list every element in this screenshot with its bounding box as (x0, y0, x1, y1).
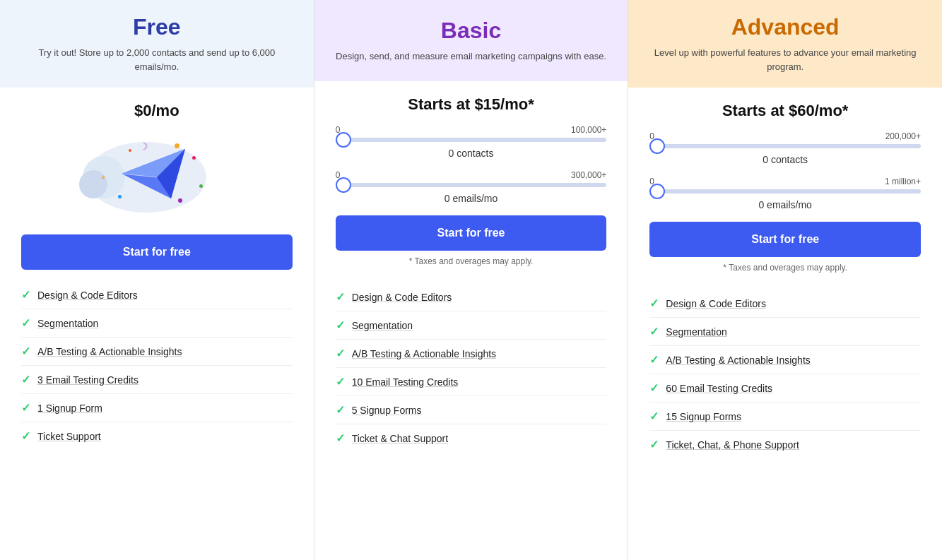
plan-basic-title: Basic (336, 18, 607, 44)
paper-plane-icon (122, 149, 185, 198)
feature-label[interactable]: Ticket Support (37, 431, 101, 442)
plan-basic: Basic Design, send, and measure email ma… (314, 0, 628, 560)
plan-advanced-slider-contacts: 0 200,000+ 0 contacts (649, 131, 921, 165)
slider-track[interactable] (649, 144, 921, 148)
check-icon: ✓ (336, 375, 345, 388)
feature-label[interactable]: 60 Email Testing Credits (666, 383, 772, 394)
plan-basic-features: ✓ Design & Code Editors ✓ Segmentation ✓… (336, 283, 607, 452)
feature-label[interactable]: Design & Code Editors (37, 290, 138, 301)
plan-advanced-slider-emails: 0 1 million+ 0 emails/mo (649, 177, 921, 210)
plan-free: Free Try it out! Store up to 2,000 conta… (0, 0, 314, 560)
check-icon: ✓ (336, 318, 345, 332)
feature-label[interactable]: A/B Testing & Actionable Insights (37, 346, 182, 357)
plan-free-header: Free Try it out! Store up to 2,000 conta… (0, 0, 314, 88)
paper-plane-wrapper: ☽ ✦ (79, 135, 235, 220)
check-icon: ✓ (21, 373, 30, 386)
feature-item: ✓ Ticket Support (21, 422, 293, 450)
feature-label[interactable]: 5 Signup Forms (352, 405, 422, 416)
check-icon: ✓ (336, 347, 345, 360)
feature-item: ✓ A/B Testing & Actionable Insights (21, 338, 293, 366)
plan-basic-subtitle: Design, send, and measure email marketin… (336, 49, 607, 64)
pricing-container: Free Try it out! Store up to 2,000 conta… (0, 0, 942, 560)
plan-basic-cta-button[interactable]: Start for free (336, 215, 607, 251)
check-icon: ✓ (649, 410, 659, 423)
slider-track[interactable] (336, 138, 607, 142)
plan-free-subtitle: Try it out! Store up to 2,000 contacts a… (21, 46, 293, 73)
plan-free-illustration: ☽ ✦ (21, 131, 293, 223)
check-icon: ✓ (649, 438, 659, 451)
plan-advanced-taxes-note: * Taxes and overages may apply. (649, 263, 921, 273)
feature-item: ✓ A/B Testing & Actionable Insights (649, 346, 921, 374)
feature-item: ✓ Design & Code Editors (336, 283, 607, 311)
check-icon: ✓ (649, 353, 659, 367)
plan-basic-price: Starts at $15/mo* (336, 95, 607, 114)
slider-emails-value: 0 emails/mo (649, 199, 921, 210)
confetti-dot (178, 198, 182, 203)
slider-thumb[interactable] (336, 132, 351, 148)
plan-free-features: ✓ Design & Code Editors ✓ Segmentation ✓… (21, 281, 293, 450)
check-icon: ✓ (649, 381, 659, 395)
feature-label[interactable]: A/B Testing & Actionable Insights (666, 355, 810, 366)
slider-contacts-value: 0 contacts (649, 154, 921, 165)
slider-max: 1 million+ (885, 177, 921, 186)
feature-label[interactable]: Segmentation (352, 320, 413, 331)
feature-item: ✓ Ticket & Chat Support (336, 424, 607, 452)
slider-thumb[interactable] (336, 177, 351, 193)
feature-item: ✓ Segmentation (21, 309, 293, 338)
feature-label[interactable]: Ticket & Chat Support (352, 433, 448, 444)
slider-max: 300,000+ (571, 170, 606, 180)
plan-basic-header: Basic Design, send, and measure email ma… (314, 0, 628, 81)
plan-free-price: $0/mo (21, 102, 293, 120)
check-icon: ✓ (21, 429, 30, 443)
feature-item: ✓ 15 Signup Forms (649, 403, 921, 431)
check-icon: ✓ (21, 288, 30, 302)
feature-item: ✓ Segmentation (649, 318, 921, 346)
feature-label[interactable]: 15 Signup Forms (666, 411, 741, 422)
feature-item: ✓ Segmentation (336, 311, 607, 340)
star-icon: ✦ (100, 174, 106, 181)
feature-label[interactable]: Segmentation (37, 318, 98, 329)
slider-track[interactable] (336, 183, 607, 187)
feature-item: ✓ 3 Email Testing Credits (21, 366, 293, 394)
slider-thumb[interactable] (649, 184, 665, 199)
feature-label[interactable]: Design & Code Editors (352, 292, 452, 303)
feature-label[interactable]: Segmentation (666, 326, 726, 338)
feature-item: ✓ Design & Code Editors (649, 290, 921, 318)
feature-label[interactable]: 10 Email Testing Credits (352, 376, 459, 388)
check-icon: ✓ (649, 325, 659, 338)
plan-basic-body: Starts at $15/mo* 0 100,000+ 0 contacts … (314, 81, 628, 560)
plan-advanced-features: ✓ Design & Code Editors ✓ Segmentation ✓… (649, 290, 921, 458)
slider-labels: 0 200,000+ (649, 131, 921, 141)
feature-item: ✓ 60 Email Testing Credits (649, 374, 921, 403)
slider-contacts-value: 0 contacts (336, 148, 607, 159)
moon-icon: ☽ (139, 141, 148, 152)
feature-item: ✓ Design & Code Editors (21, 281, 293, 309)
check-icon: ✓ (21, 316, 30, 330)
check-icon: ✓ (336, 431, 345, 445)
feature-label[interactable]: Design & Code Editors (666, 298, 766, 309)
confetti-dot (175, 143, 179, 148)
feature-item: ✓ 10 Email Testing Credits (336, 368, 607, 396)
slider-track[interactable] (649, 189, 921, 193)
slider-labels: 0 100,000+ (336, 125, 607, 135)
plan-advanced-cta-button[interactable]: Start for free (649, 222, 921, 257)
plan-free-body: $0/mo (0, 88, 314, 560)
feature-label[interactable]: Ticket, Chat, & Phone Support (666, 439, 799, 451)
check-icon: ✓ (649, 297, 659, 310)
plan-free-title: Free (21, 14, 293, 40)
slider-labels: 0 300,000+ (336, 170, 607, 180)
slider-emails-value: 0 emails/mo (336, 193, 607, 204)
plan-basic-slider-contacts: 0 100,000+ 0 contacts (336, 125, 607, 159)
feature-label[interactable]: A/B Testing & Actionable Insights (352, 348, 496, 359)
feature-item: ✓ A/B Testing & Actionable Insights (336, 340, 607, 368)
slider-thumb[interactable] (649, 138, 665, 154)
feature-item: ✓ 1 Signup Form (21, 394, 293, 422)
feature-label[interactable]: 1 Signup Form (37, 403, 102, 414)
plan-free-cta-button[interactable]: Start for free (21, 234, 293, 270)
feature-label[interactable]: 3 Email Testing Credits (37, 374, 139, 386)
feature-item: ✓ 5 Signup Forms (336, 396, 607, 424)
plan-advanced-price: Starts at $60/mo* (649, 102, 921, 120)
plan-advanced: Advanced Level up with powerful features… (628, 0, 942, 560)
check-icon: ✓ (336, 290, 345, 304)
plan-basic-slider-emails: 0 300,000+ 0 emails/mo (336, 170, 607, 204)
